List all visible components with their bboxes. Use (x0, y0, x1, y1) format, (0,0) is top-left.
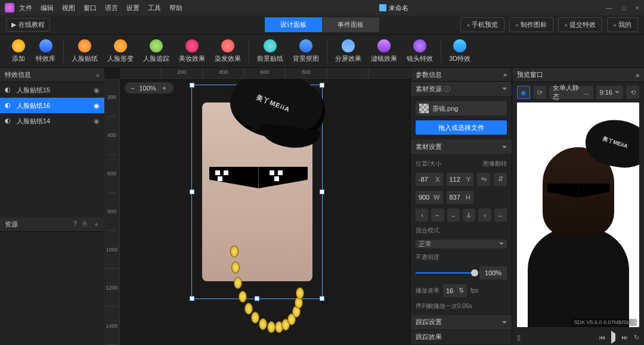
params-header: 参数信息» (411, 68, 512, 82)
tool-filter[interactable]: 滤镜效果 (366, 39, 402, 63)
align-left-icon[interactable]: ⫞ (416, 209, 428, 222)
preview-mode-select[interactable]: 女单人静态… (549, 86, 593, 99)
phone-button[interactable]: ▫手机预览 (460, 17, 504, 32)
zoom-control[interactable]: − 100% ＋ (125, 82, 174, 94)
info-icon[interactable]: ⓘ (444, 85, 450, 92)
menu-窗口[interactable]: 窗口 (83, 4, 97, 13)
aspect-select[interactable]: 9:16 (596, 86, 623, 99)
opacity-slider[interactable] (416, 268, 476, 278)
tool-face-deform[interactable]: 人脸形变 (103, 39, 138, 63)
visibility-icon[interactable]: ◉ (94, 117, 100, 125)
mark-button[interactable]: ▫制作图标 (509, 17, 553, 32)
align-hcenter-icon[interactable]: ⫟ (431, 209, 444, 222)
three-icon (453, 39, 466, 52)
folder-icon[interactable]: ⎘ (83, 220, 87, 229)
help-icon[interactable]: ? (73, 220, 77, 229)
flip-h-icon[interactable]: ⇋ (477, 173, 490, 186)
collapse-icon[interactable]: » (636, 72, 639, 79)
face-sticker-icon (78, 39, 91, 52)
align-right-icon[interactable]: ⫠ (447, 209, 460, 222)
play-icon[interactable] (611, 334, 615, 341)
menu-语言[interactable]: 语言 (105, 4, 118, 13)
reset-icon[interactable]: ⟲ (626, 86, 639, 99)
close-button[interactable]: × (636, 4, 639, 11)
asset-chip[interactable]: 墨镜.png (416, 101, 507, 116)
tool-face-sticker[interactable]: 人脸贴纸 (67, 39, 103, 63)
add-icon[interactable]: ＋ (93, 220, 100, 229)
blend-select[interactable]: 正常 (416, 240, 507, 248)
upload-button[interactable]: ▫提交特效 (558, 17, 602, 32)
menu-视图[interactable]: 视图 (62, 4, 75, 13)
tab-design[interactable]: 设计面板 (265, 17, 322, 32)
maximize-button[interactable]: □ (622, 4, 626, 11)
layer-item[interactable]: ◐人脸贴纸15◉ (0, 82, 104, 98)
canvas[interactable]: 美丫MEiiA (120, 79, 410, 345)
x-field[interactable]: -87X (416, 173, 443, 186)
tool-fg[interactable]: 前景贴纸 (252, 39, 288, 63)
hair-icon (221, 39, 234, 52)
material-resource-header[interactable]: 素材资源 ⓘ (411, 82, 512, 97)
zoom-out-icon[interactable]: − (131, 85, 134, 92)
lens-icon (413, 39, 426, 52)
flip-v-icon[interactable]: ⇵ (494, 173, 507, 186)
tool-makeup[interactable]: 美妆效果 (174, 39, 210, 63)
layer-item[interactable]: ◐人脸贴纸16◉ (0, 98, 104, 113)
app-logo (5, 3, 14, 13)
sunglasses-sticker[interactable] (209, 167, 308, 188)
collapse-icon[interactable]: « (96, 72, 100, 79)
tool-add[interactable]: 添加 (6, 39, 31, 63)
loop-icon[interactable]: ↻ (634, 334, 639, 341)
user-icon: ▫ (614, 21, 616, 29)
portrait-icon[interactable]: ◉ (517, 86, 530, 99)
tool-fxlib[interactable]: 特效库 (31, 39, 60, 63)
menu-工具[interactable]: 工具 (148, 4, 161, 13)
track-fx-header[interactable]: 跟踪效果 (411, 330, 512, 345)
tool-bg[interactable]: 背景抠图 (288, 39, 324, 63)
visibility-icon[interactable]: ◉ (94, 86, 100, 94)
fxlib-icon (39, 39, 52, 52)
layer-icon: ◐ (5, 86, 13, 94)
menu-文件[interactable]: 文件 (19, 4, 32, 13)
sequence-text: 序列帧播放一次0.06s (416, 302, 507, 310)
resource-header: 资源 ? ⎘ ＋ (0, 217, 104, 232)
minimize-button[interactable]: — (606, 4, 612, 11)
material-settings-header[interactable]: 素材设置 (411, 139, 512, 154)
refresh-icon[interactable]: ⟳ (533, 86, 546, 99)
align-top-icon[interactable]: ⫝̸ (463, 209, 475, 222)
menu-帮助[interactable]: 帮助 (169, 4, 182, 13)
y-field[interactable]: 112Y (447, 173, 474, 186)
doc-icon (379, 4, 386, 11)
next-frame-icon[interactable]: ⏭ (621, 334, 628, 341)
align-vcenter-icon[interactable]: ⫞ (478, 209, 491, 222)
tool-hair[interactable]: 染发效果 (210, 39, 246, 63)
chain-sticker[interactable] (227, 245, 299, 345)
h-field[interactable]: 837H (447, 191, 474, 204)
add-icon (12, 39, 25, 52)
device-icon[interactable]: ▯ (517, 334, 521, 341)
preview-viewport: 美丫MEiiA SDK V5.6.0 0.07MB/5MB (517, 102, 639, 327)
tab-event[interactable]: 事件面板 (322, 17, 379, 32)
prev-frame-icon[interactable]: ⏮ (599, 334, 605, 341)
split-icon (342, 39, 355, 52)
layer-item[interactable]: ◐人脸贴纸14◉ (0, 113, 104, 129)
tool-split[interactable]: 分屏效果 (330, 39, 366, 63)
bg-icon (299, 39, 312, 52)
tool-lens[interactable]: 镜头特效 (402, 39, 438, 63)
expand-icon[interactable]: » (503, 71, 507, 78)
w-field[interactable]: 900W (416, 191, 443, 204)
user-button[interactable]: ▫我的 (607, 17, 638, 32)
track-settings-header[interactable]: 跟踪设置 (411, 315, 512, 330)
tool-three[interactable]: 3D特效 (444, 39, 475, 63)
fg-icon (264, 39, 277, 52)
tutorial-button[interactable]: ▶ 在线教程 (6, 18, 50, 32)
opacity-field[interactable]: 100% (479, 266, 507, 279)
drop-file-button[interactable]: 拖入或选择文件 (416, 120, 507, 135)
visibility-icon[interactable]: ◉ (94, 102, 100, 110)
layer-icon: ◐ (5, 117, 13, 125)
zoom-in-icon[interactable]: ＋ (161, 83, 168, 92)
align-bottom-icon[interactable]: ⫠ (494, 209, 507, 222)
tool-face-track[interactable]: 人脸追踪 (138, 39, 174, 63)
rate-field[interactable]: 16⇅ (443, 284, 467, 297)
menu-编辑[interactable]: 编辑 (41, 4, 54, 13)
menu-设置[interactable]: 设置 (126, 4, 140, 13)
